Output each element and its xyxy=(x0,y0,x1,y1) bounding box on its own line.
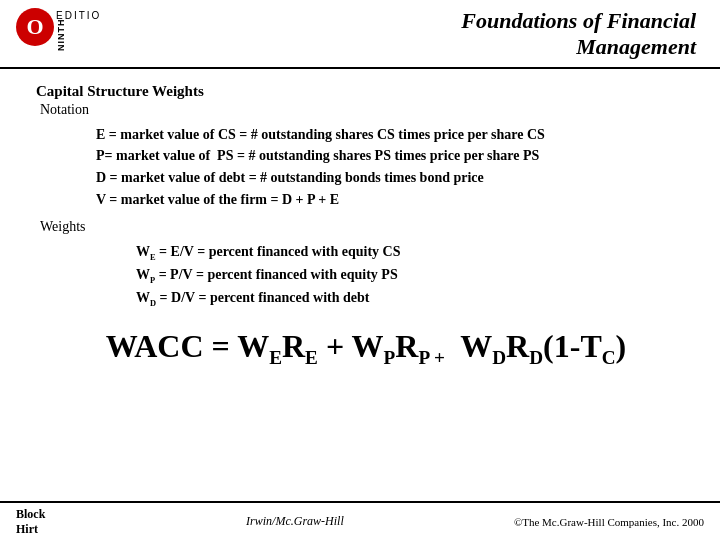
footer-copyright: ©The Mc.Graw-Hill Companies, Inc. 2000 xyxy=(514,516,704,528)
weights-items: WE = E/V = percent financed with equity … xyxy=(136,241,696,311)
notation-label: Notation xyxy=(40,102,696,118)
vertical-label: NINTH xyxy=(56,23,101,51)
weight-item-p: WP = P/V = percent financed with equity … xyxy=(136,264,696,287)
title-line1: Foundations of Financial xyxy=(461,8,696,33)
section-title: Capital Structure Weights xyxy=(36,83,696,100)
notation-item-d: D = market value of debt = # outstanding… xyxy=(96,167,696,189)
weights-label: Weights xyxy=(40,219,696,235)
logo-area: O EDITIO NINTH xyxy=(16,8,116,51)
logo-circle: O xyxy=(16,8,54,46)
header-title-block: Foundations of Financial Management xyxy=(116,8,704,61)
notation-item-e: E = market value of CS = # outstanding s… xyxy=(96,124,696,146)
notation-item-v: V = market value of the firm = D + P + E xyxy=(96,189,696,211)
footer-publisher: Irwin/Mc.Graw-Hill xyxy=(76,514,514,529)
notation-items: E = market value of CS = # outstanding s… xyxy=(96,124,696,211)
logo-letter: O xyxy=(26,14,43,40)
header: O EDITIO NINTH Foundations of Financial … xyxy=(0,0,720,69)
footer: Block Hirt Irwin/Mc.Graw-Hill ©The Mc.Gr… xyxy=(0,501,720,540)
weight-item-e: WE = E/V = percent financed with equity … xyxy=(136,241,696,264)
notation-item-p: P= market value of PS = # outstanding sh… xyxy=(96,145,696,167)
edition-block: EDITIO NINTH xyxy=(56,8,101,51)
header-title: Foundations of Financial Management xyxy=(116,8,696,61)
title-line2: Management xyxy=(576,34,696,59)
author-line2: Hirt xyxy=(16,522,38,536)
wacc-formula: WACC = WERE + WPRP + WDRD(1-TC) xyxy=(36,328,696,369)
main-content: Capital Structure Weights Notation E = m… xyxy=(0,69,720,380)
author-line1: Block xyxy=(16,507,45,521)
footer-author: Block Hirt xyxy=(16,507,76,536)
weight-item-d: WD = D/V = percent financed with debt xyxy=(136,287,696,310)
